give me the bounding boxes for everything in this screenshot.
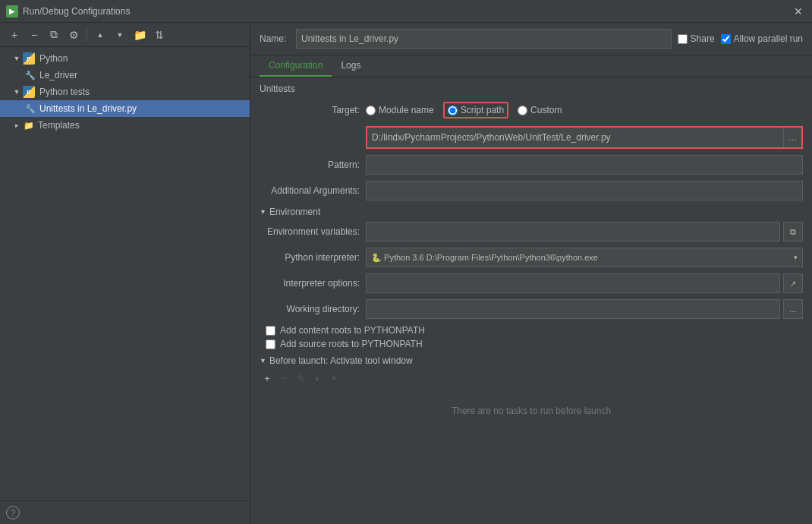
script-path-label: Script path bbox=[461, 105, 504, 115]
before-launch-arrow: ▼ bbox=[260, 357, 266, 365]
remove-config-button[interactable]: − bbox=[26, 27, 42, 43]
close-button[interactable]: ✕ bbox=[791, 5, 806, 17]
additional-args-input[interactable] bbox=[366, 181, 803, 200]
add-content-roots-label[interactable]: Add content roots to PYTHONPATH bbox=[280, 325, 425, 336]
move-up-button[interactable]: ▲ bbox=[92, 27, 109, 43]
pattern-row: Pattern: bbox=[260, 155, 803, 175]
target-label: Target: bbox=[260, 105, 366, 115]
templates-icon: 📁 bbox=[23, 119, 35, 131]
python-tests-collapse-arrow: ▼ bbox=[12, 87, 21, 96]
interpreter-options-expand-button[interactable]: ↗ bbox=[783, 273, 803, 293]
separator bbox=[87, 29, 87, 41]
environment-label: Environment bbox=[269, 207, 320, 217]
add-config-button[interactable]: + bbox=[6, 27, 23, 43]
pattern-input[interactable] bbox=[366, 155, 803, 175]
additional-args-row: Additional Arguments: bbox=[260, 181, 803, 200]
config-content: Unittests Target: Module name Script pat… bbox=[250, 77, 812, 524]
move-down-button[interactable]: ▼ bbox=[112, 27, 128, 43]
working-dir-browse-icon: … bbox=[789, 305, 798, 314]
settings-button[interactable]: ⚙ bbox=[65, 27, 82, 43]
python-icon: P bbox=[23, 52, 35, 65]
before-launch-down-button[interactable]: ▼ bbox=[326, 371, 341, 386]
left-bottom: ? bbox=[0, 500, 250, 524]
target-radio-group: Module name Script path Custom bbox=[366, 102, 562, 118]
templates-label: Templates bbox=[38, 120, 80, 131]
le-driver-label: Le_driver bbox=[39, 70, 77, 80]
environment-subsection: ▼ Environment Environment variables: ⧉ bbox=[260, 207, 803, 349]
working-directory-browse-button[interactable]: … bbox=[783, 299, 803, 319]
allow-parallel-container: Allow parallel run bbox=[721, 33, 803, 44]
dropdown-arrow-icon: ▾ bbox=[794, 254, 798, 261]
name-input[interactable] bbox=[296, 29, 672, 49]
env-variables-input[interactable] bbox=[366, 222, 780, 241]
tree-item-python[interactable]: ▼ P Python bbox=[0, 50, 250, 67]
additional-args-label: Additional Arguments: bbox=[260, 185, 366, 196]
script-path-radio[interactable] bbox=[448, 106, 458, 115]
templates-collapse-arrow: ▸ bbox=[12, 121, 21, 130]
tree-item-python-tests[interactable]: ▼ P Python tests bbox=[0, 84, 250, 100]
copy-config-button[interactable]: ⧉ bbox=[46, 27, 62, 43]
unittests-label: Unittests in Le_driver.py bbox=[39, 103, 137, 114]
before-launch-edit-button[interactable]: ✎ bbox=[293, 371, 308, 386]
module-name-radio[interactable] bbox=[366, 106, 376, 115]
environment-toggle[interactable]: ▼ Environment bbox=[260, 207, 803, 217]
interpreter-options-row: Interpreter options: ↗ bbox=[260, 273, 803, 293]
path-field-box: … bbox=[366, 126, 803, 149]
expand-icon: ↗ bbox=[790, 279, 796, 288]
before-launch-empty-text: There are no tasks to run before launch bbox=[260, 390, 803, 431]
before-launch-add-button[interactable]: + bbox=[260, 371, 275, 386]
script-path-container: … bbox=[366, 126, 803, 149]
tab-logs[interactable]: Logs bbox=[332, 55, 370, 77]
help-button[interactable]: ? bbox=[6, 506, 20, 519]
share-checkbox-container: Share bbox=[678, 33, 715, 44]
python-interpreter-label: Python interpreter: bbox=[260, 252, 366, 263]
pattern-label: Pattern: bbox=[260, 159, 366, 170]
script-path-option[interactable]: Script path bbox=[448, 105, 504, 115]
before-launch-up-button[interactable]: ▲ bbox=[310, 371, 325, 386]
interpreter-options-control: ↗ bbox=[366, 273, 803, 293]
before-launch-section: ▼ Before launch: Activate tool window + … bbox=[260, 355, 803, 431]
python-collapse-arrow: ▼ bbox=[12, 54, 21, 63]
share-checkbox[interactable] bbox=[678, 34, 688, 44]
python-interpreter-value: 🐍 Python 3.6 D:\Program Files\Python\Pyt… bbox=[371, 253, 598, 263]
custom-radio[interactable] bbox=[518, 106, 527, 115]
python-interpreter-dropdown[interactable]: 🐍 Python 3.6 D:\Program Files\Python\Pyt… bbox=[366, 248, 803, 267]
le-driver-icon: 🔧 bbox=[24, 69, 36, 81]
sort-button[interactable]: ⇅ bbox=[151, 27, 168, 43]
target-row: Target: Module name Script path bbox=[260, 100, 803, 120]
env-copy-button[interactable]: ⧉ bbox=[783, 222, 803, 241]
env-variables-row: Environment variables: ⧉ bbox=[260, 222, 803, 241]
folder-button[interactable]: 📁 bbox=[131, 27, 148, 43]
right-panel: Name: Share Allow parallel run Configura… bbox=[250, 23, 812, 524]
working-directory-control: … bbox=[366, 299, 803, 319]
app-icon: ▶ bbox=[6, 5, 18, 17]
module-name-option[interactable]: Module name bbox=[366, 105, 434, 115]
allow-parallel-checkbox[interactable] bbox=[721, 34, 731, 44]
left-toolbar: + − ⧉ ⚙ ▲ ▼ 📁 ⇅ bbox=[0, 23, 250, 47]
share-label[interactable]: Share bbox=[691, 33, 715, 44]
script-path-browse-button[interactable]: … bbox=[783, 128, 801, 147]
pattern-control bbox=[366, 155, 803, 175]
tree-item-le-driver[interactable]: 🔧 Le_driver bbox=[0, 67, 250, 84]
python-tests-icon: P bbox=[23, 86, 35, 98]
allow-parallel-label[interactable]: Allow parallel run bbox=[734, 33, 803, 44]
env-variables-label: Environment variables: bbox=[260, 226, 366, 237]
before-launch-header: ▼ Before launch: Activate tool window bbox=[260, 355, 803, 366]
tab-configuration[interactable]: Configuration bbox=[260, 55, 332, 77]
tree-item-templates[interactable]: ▸ 📁 Templates bbox=[0, 117, 250, 134]
before-launch-remove-button[interactable]: − bbox=[276, 371, 291, 386]
name-label: Name: bbox=[260, 33, 290, 44]
target-control: Module name Script path Custom bbox=[366, 102, 803, 118]
tree-item-unittests[interactable]: 🔧 Unittests in Le_driver.py bbox=[0, 100, 250, 117]
script-path-input[interactable] bbox=[367, 128, 783, 147]
add-content-roots-checkbox[interactable] bbox=[266, 326, 275, 336]
main-container: + − ⧉ ⚙ ▲ ▼ 📁 ⇅ ▼ P Python 🔧 Le_driver bbox=[0, 23, 812, 524]
custom-option[interactable]: Custom bbox=[518, 105, 562, 115]
env-copy-icon: ⧉ bbox=[790, 227, 796, 237]
add-source-roots-label[interactable]: Add source roots to PYTHONPATH bbox=[280, 339, 423, 349]
working-directory-input[interactable] bbox=[366, 299, 780, 319]
add-source-roots-checkbox[interactable] bbox=[266, 339, 275, 349]
interpreter-options-input[interactable] bbox=[366, 273, 780, 293]
additional-args-control bbox=[366, 181, 803, 200]
browse-icon: … bbox=[788, 133, 797, 142]
